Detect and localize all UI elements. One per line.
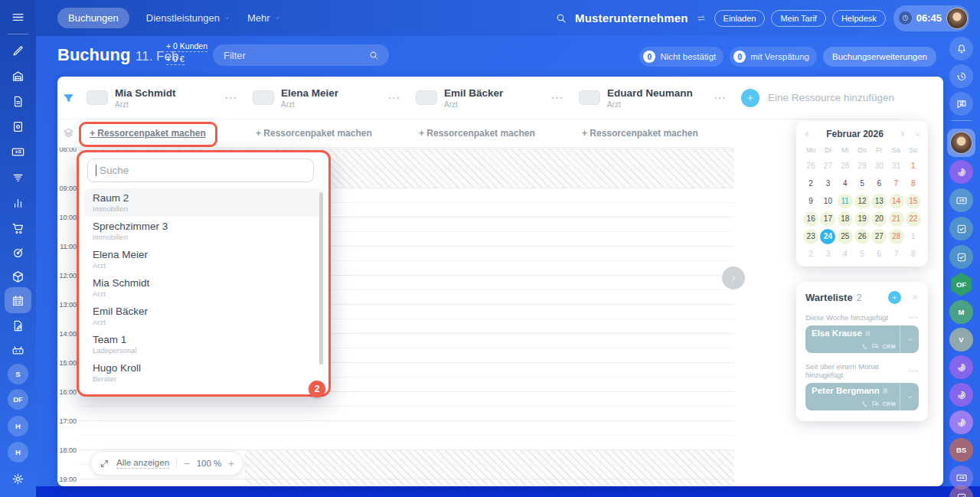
calendar-day[interactable]: 13	[871, 194, 887, 209]
panel-item-app-spiral[interactable]	[949, 355, 973, 379]
company-switch-icon[interactable]	[696, 13, 707, 24]
time-widget[interactable]: 06:45	[893, 5, 969, 31]
calendar-day[interactable]: 29	[854, 159, 870, 174]
calendar-day[interactable]: 12	[854, 194, 870, 209]
calendar-day[interactable]: 27	[871, 229, 887, 244]
nav-button-mein-tarif[interactable]: Mein Tarif	[771, 10, 825, 27]
create-resource-package-link[interactable]: + Ressorcenpaket machen	[256, 128, 372, 139]
calendar-day[interactable]: 3	[820, 176, 835, 191]
panel-item-task-check[interactable]	[949, 486, 973, 497]
user-avatar[interactable]	[946, 8, 968, 29]
sidebar-item-chart[interactable]	[5, 189, 31, 215]
calendar-day[interactable]: 27	[820, 159, 835, 174]
sidebar-item-garage[interactable]	[5, 63, 31, 89]
status-badge[interactable]: 0Nicht bestätigt	[639, 47, 724, 67]
add-resource-button[interactable]: Eine Ressource hinzufügen	[741, 77, 894, 119]
dropdown-search-field[interactable]	[98, 164, 305, 177]
create-resource-package-link[interactable]: + Ressorcenpaket machen	[90, 128, 206, 139]
calendar-prev-icon[interactable]	[802, 129, 812, 139]
dropdown-item[interactable]: Team 1Ladepersonal	[79, 330, 328, 358]
calendar-close-icon[interactable]	[913, 130, 922, 139]
calendar-day[interactable]: 5	[854, 176, 870, 191]
sidebar-item-box[interactable]	[5, 263, 31, 289]
company-name[interactable]: Musterunternehmen	[575, 11, 688, 25]
panel-item-app-spiral[interactable]	[949, 410, 973, 434]
dropdown-item[interactable]: Raum 2Immobilien	[84, 188, 323, 217]
calendar-day[interactable]: 8	[906, 176, 921, 191]
status-badge[interactable]: 0mit Verspätung	[730, 47, 817, 67]
column-menu-icon[interactable]: ···	[714, 92, 727, 103]
zoom-out-button[interactable]: −	[184, 458, 190, 469]
resource-name[interactable]: Mia Schmidt	[115, 87, 176, 99]
nav-button-helpdesk[interactable]: Helpdesk	[832, 10, 886, 27]
calendar-day[interactable]: 4	[838, 247, 853, 262]
panel-badge-m[interactable]: M	[949, 300, 973, 324]
section-menu-icon[interactable]: ···	[910, 367, 920, 375]
sidebar-item-robot[interactable]	[5, 337, 31, 363]
calendar-day[interactable]: 25	[838, 229, 853, 244]
calendar-day[interactable]: 1	[906, 159, 921, 174]
panel-item-chat-sync[interactable]	[949, 92, 973, 116]
calendar-day[interactable]: 2	[803, 176, 818, 191]
column-menu-icon[interactable]: ···	[551, 92, 564, 103]
create-resource-package-link[interactable]: + Ressorcenpaket machen	[419, 128, 535, 139]
tab-buchungen[interactable]: Buchungen	[57, 8, 129, 28]
sidebar-item-menu[interactable]	[5, 4, 31, 30]
sidebar-avatar-h[interactable]: H	[8, 442, 28, 463]
revenue-counter-link[interactable]: + 0 €	[166, 54, 185, 65]
calendar-next-icon[interactable]	[898, 129, 907, 139]
calendar-day[interactable]: 15	[906, 194, 921, 209]
calendar-day[interactable]: 28	[838, 159, 853, 174]
calendar-day[interactable]: 18	[838, 211, 853, 227]
panel-badge-bs[interactable]: BS	[949, 438, 973, 462]
sidebar-avatar-df[interactable]: DF	[8, 389, 28, 410]
customers-counter-link[interactable]: + 0 Kunden	[166, 41, 207, 52]
calendar-day[interactable]: 28	[889, 229, 904, 244]
sidebar-item-signal[interactable]	[5, 164, 31, 190]
sidebar-item-pen[interactable]	[5, 38, 31, 64]
filter-funnel-icon[interactable]	[60, 90, 77, 106]
section-menu-icon[interactable]: ···	[910, 313, 920, 322]
calendar-day[interactable]: 8	[906, 247, 921, 262]
calendar-day[interactable]: 19	[854, 211, 870, 227]
booking-extensions-button[interactable]: Buchungserweiterungen	[823, 47, 936, 67]
dropdown-item[interactable]: Mia SchmidtArzt	[79, 273, 328, 302]
sidebar-item-cart[interactable]	[5, 214, 31, 240]
create-resource-package-link[interactable]: + Ressorcenpaket machen	[582, 128, 698, 139]
panel-item-task-check[interactable]	[949, 217, 973, 240]
panel-user-avatar[interactable]	[947, 129, 975, 157]
calendar-day[interactable]: 6	[871, 247, 887, 262]
zoom-in-button[interactable]: +	[228, 458, 234, 469]
calendar-day[interactable]: 23	[803, 229, 818, 244]
waitlist-card-expand[interactable]	[900, 383, 919, 410]
sidebar-item-document[interactable]	[5, 88, 31, 114]
calendar-day[interactable]: 6	[871, 176, 887, 191]
calendar-day[interactable]: 7	[889, 176, 904, 191]
resource-name[interactable]: Emil Bäcker	[444, 87, 503, 99]
global-search-icon[interactable]	[555, 12, 567, 25]
column-menu-icon[interactable]: ···	[225, 92, 237, 103]
sidebar-avatar-s[interactable]: S	[8, 364, 28, 384]
calendar-day[interactable]: 14	[889, 194, 904, 209]
chat-icon[interactable]	[871, 342, 880, 351]
scroll-right-button[interactable]	[722, 266, 745, 289]
calendar-day[interactable]: 1	[906, 229, 921, 244]
sidebar-item-id-card[interactable]	[5, 139, 31, 165]
filter-text-field[interactable]	[222, 49, 368, 62]
panel-badge-of[interactable]: OF	[949, 273, 973, 296]
phone-icon[interactable]	[861, 343, 868, 351]
tab-mehr[interactable]: Mehr	[247, 12, 281, 24]
layers-icon[interactable]	[60, 124, 77, 141]
nav-button-einladen[interactable]: Einladen	[714, 10, 766, 27]
phone-icon[interactable]	[861, 401, 868, 408]
calendar-day[interactable]: 17	[820, 211, 835, 227]
panel-item-app-spiral[interactable]	[949, 383, 973, 407]
tab-dienstleistungen[interactable]: Dienstleistungen	[146, 12, 230, 24]
sidebar-item-target[interactable]	[5, 240, 31, 266]
show-all-button[interactable]: Alle anzeigen	[116, 458, 169, 469]
calendar-day[interactable]: 2	[803, 247, 818, 262]
sidebar-item-settings[interactable]	[5, 466, 31, 492]
calendar-day[interactable]: 26	[803, 159, 818, 174]
calendar-day[interactable]: 11	[838, 194, 853, 209]
dropdown-item[interactable]: Elena MeierArzt	[79, 245, 328, 273]
